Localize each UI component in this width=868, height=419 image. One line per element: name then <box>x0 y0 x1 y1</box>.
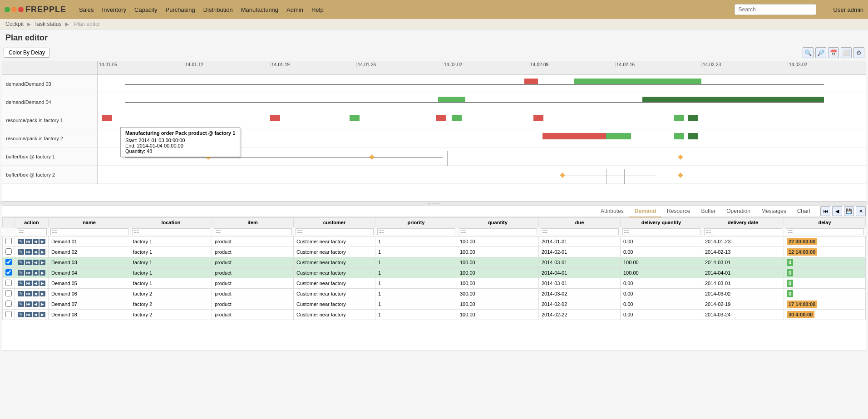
action-edit-btn[interactable]: ✎ <box>18 260 24 265</box>
gantt-bar-red-3a[interactable] <box>542 133 606 139</box>
filter-quantity-input[interactable] <box>459 228 537 235</box>
action-edit-btn[interactable]: ✎ <box>18 270 24 276</box>
gantt-bar-red-2c[interactable] <box>436 115 446 121</box>
save-icon[interactable]: 💾 <box>844 206 854 216</box>
action-edit-btn[interactable]: ✎ <box>18 239 24 244</box>
action-next-btn[interactable]: ▶ <box>39 312 45 317</box>
gantt-row-1 <box>98 93 866 111</box>
row-checkbox[interactable] <box>5 248 12 255</box>
gantt-bar-dkgreen-3b[interactable] <box>688 133 698 139</box>
nav-inventory[interactable]: Inventory <box>102 6 126 13</box>
row-checkbox[interactable] <box>5 301 12 307</box>
gantt-bar-green-3b[interactable] <box>674 133 684 139</box>
row-checkbox[interactable] <box>5 259 12 265</box>
action-edit-btn[interactable]: ✎ <box>18 281 24 286</box>
first-page-icon[interactable]: ⏮ <box>820 206 830 216</box>
tab-attributes[interactable]: Attributes <box>595 206 629 217</box>
row-checkbox[interactable] <box>5 238 12 244</box>
action-next-btn[interactable]: ▶ <box>39 239 45 244</box>
action-first-btn[interactable]: ⏮ <box>25 270 32 276</box>
gantt-bar-red-2b[interactable] <box>270 115 280 121</box>
filter-delay-input[interactable] <box>786 228 864 235</box>
gantt-bar-red-2a[interactable] <box>102 115 112 121</box>
action-first-btn[interactable]: ⏮ <box>25 249 32 255</box>
filter-due-input[interactable] <box>541 228 619 235</box>
action-first-btn[interactable]: ⏮ <box>25 260 32 265</box>
action-prev-btn[interactable]: ◀ <box>33 270 39 276</box>
tab-resource[interactable]: Resource <box>661 206 695 217</box>
nav-manufacturing[interactable]: Manufacturing <box>241 6 278 13</box>
row-action-cell: ✎ ⏮ ◀ ▶ <box>15 278 49 289</box>
action-next-btn[interactable]: ▶ <box>39 260 45 265</box>
nav-purchasing[interactable]: Purchasing <box>166 6 195 13</box>
prev-page-icon[interactable]: ◀ <box>832 206 842 216</box>
filter-delivery-date-input[interactable] <box>704 228 782 235</box>
row-checkbox[interactable] <box>5 280 12 286</box>
action-prev-btn[interactable]: ◀ <box>33 281 39 286</box>
resize-handle[interactable]: ═══ <box>0 202 868 205</box>
action-prev-btn[interactable]: ◀ <box>33 291 39 296</box>
breadcrumb-cockpit[interactable]: Cockpit <box>5 21 24 27</box>
action-next-btn[interactable]: ▶ <box>39 249 45 255</box>
action-prev-btn[interactable]: ◀ <box>33 301 39 307</box>
gantt-row-label-5: buffer/box @ factory 2 <box>2 166 97 184</box>
action-first-btn[interactable]: ⏮ <box>25 301 32 307</box>
action-edit-btn[interactable]: ✎ <box>18 249 24 255</box>
action-prev-btn[interactable]: ◀ <box>33 239 39 244</box>
action-next-btn[interactable]: ▶ <box>39 301 45 307</box>
zoom-in-icon[interactable]: 🔍 <box>803 47 814 58</box>
gantt-bar-green-2b[interactable] <box>452 115 462 121</box>
action-next-btn[interactable]: ▶ <box>39 281 45 286</box>
gantt-bar-dkgreen-2d[interactable] <box>688 115 698 121</box>
name-cell: Demand 07 <box>49 299 130 310</box>
row-checkbox[interactable] <box>5 290 12 296</box>
action-first-btn[interactable]: ⏮ <box>25 291 32 296</box>
row-checkbox[interactable] <box>5 269 12 276</box>
search-input[interactable] <box>735 4 816 15</box>
gantt-bar-red-2d[interactable] <box>533 115 543 121</box>
nav-capacity[interactable]: Capacity <box>134 6 158 13</box>
tab-operation[interactable]: Operation <box>721 206 756 217</box>
gantt-bar-green-2c[interactable] <box>674 115 684 121</box>
tab-messages[interactable]: Messages <box>756 206 792 217</box>
nav-admin[interactable]: Admin <box>286 6 303 13</box>
calendar-icon[interactable]: 📅 <box>828 47 839 58</box>
action-prev-btn[interactable]: ◀ <box>33 260 39 265</box>
action-first-btn[interactable]: ⏮ <box>25 312 32 317</box>
close-bottom-icon[interactable]: ✕ <box>856 206 866 216</box>
nav-help[interactable]: Help <box>311 6 324 13</box>
week-label-5: 14-02-09 <box>529 62 548 67</box>
action-prev-btn[interactable]: ◀ <box>33 312 39 317</box>
gantt-bar-green-2a[interactable] <box>350 115 360 121</box>
tab-buffer[interactable]: Buffer <box>695 206 721 217</box>
action-edit-btn[interactable]: ✎ <box>18 312 24 317</box>
filter-action-input[interactable] <box>17 228 47 235</box>
zoom-out-icon[interactable]: 🔎 <box>815 47 826 58</box>
customer-cell: Customer near factory <box>294 289 375 299</box>
fullscreen-icon[interactable]: ⬜ <box>841 47 852 58</box>
breadcrumb-task-status[interactable]: Task status <box>34 21 61 27</box>
gantt-vline-5a <box>570 169 570 184</box>
action-edit-btn[interactable]: ✎ <box>18 301 24 307</box>
tab-demand[interactable]: Demand <box>629 206 661 217</box>
action-edit-btn[interactable]: ✎ <box>18 291 24 296</box>
row-checkbox[interactable] <box>5 311 12 317</box>
tab-chart[interactable]: Chart <box>792 206 816 217</box>
settings-icon[interactable]: ⚙ <box>853 47 864 58</box>
filter-name-input[interactable] <box>50 228 128 235</box>
action-first-btn[interactable]: ⏮ <box>25 281 32 286</box>
action-next-btn[interactable]: ▶ <box>39 270 45 276</box>
filter-customer-input[interactable] <box>296 228 374 235</box>
action-prev-btn[interactable]: ◀ <box>33 249 39 255</box>
action-first-btn[interactable]: ⏮ <box>25 239 32 244</box>
color-by-delay-button[interactable]: Color By Delay <box>4 48 50 58</box>
filter-delivery-qty-input[interactable] <box>622 228 700 235</box>
nav-distribution[interactable]: Distribution <box>203 6 233 13</box>
filter-location-input[interactable] <box>132 228 210 235</box>
filter-item-input[interactable] <box>214 228 292 235</box>
nav-sales[interactable]: Sales <box>79 6 94 13</box>
action-next-btn[interactable]: ▶ <box>39 291 45 296</box>
data-table: action name location item customer prior… <box>2 217 866 350</box>
filter-priority-input[interactable] <box>377 228 455 235</box>
gantt-bar-green-3a[interactable] <box>606 133 631 139</box>
